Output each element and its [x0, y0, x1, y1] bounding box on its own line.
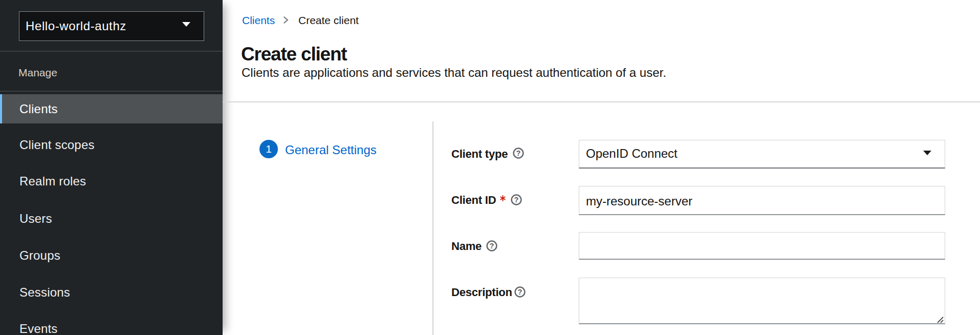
svg-text:?: ? [518, 288, 522, 296]
svg-text:?: ? [490, 242, 494, 250]
svg-text:?: ? [516, 149, 521, 157]
svg-text:?: ? [514, 196, 519, 204]
